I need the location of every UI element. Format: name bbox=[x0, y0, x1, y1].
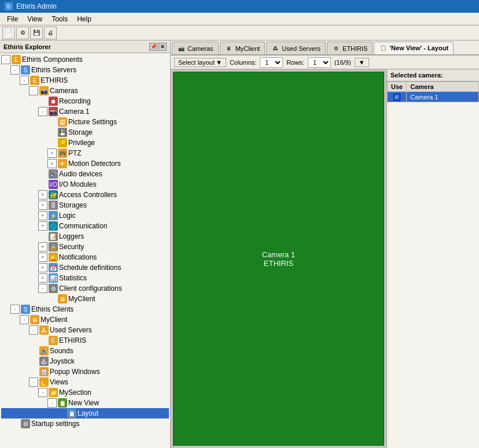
tree-layout[interactable]: 📋 Layout bbox=[1, 408, 169, 419]
tree-motion-detectors[interactable]: + 👁 Motion Detectors bbox=[1, 158, 169, 169]
tree-notifications[interactable]: + 🔔 Notifications bbox=[1, 252, 169, 262]
camera-cell-1[interactable]: Camera 1 ETHIRIS bbox=[173, 72, 384, 446]
pin-btn[interactable]: 📌 bbox=[149, 43, 157, 51]
expander-ptz[interactable]: + bbox=[47, 149, 57, 158]
rows-select[interactable]: 123 bbox=[308, 57, 331, 68]
tab-cameras[interactable]: 📷 Cameras bbox=[172, 42, 219, 54]
myclient-client-label: MyClient bbox=[40, 316, 68, 324]
tree-loggers[interactable]: 📝 Loggers bbox=[1, 231, 169, 242]
tree-popup-windows[interactable]: 🪟 Popup Windows bbox=[1, 366, 169, 377]
tree-myclient-config[interactable]: 🖥 MyClient bbox=[1, 294, 169, 304]
expander-logic[interactable]: + bbox=[38, 211, 47, 220]
expander-components[interactable]: - bbox=[1, 55, 10, 64]
menu-view[interactable]: View bbox=[23, 14, 47, 24]
expander-storages[interactable]: + bbox=[38, 201, 47, 210]
tree-ethiris-servers[interactable]: - S Ethiris Servers bbox=[1, 65, 169, 75]
expander-new-view[interactable]: - bbox=[47, 398, 57, 408]
expander-communication[interactable]: + bbox=[38, 221, 47, 231]
expander-access[interactable]: + bbox=[38, 190, 47, 199]
myclient-config-icon: 🖥 bbox=[58, 294, 67, 303]
camera-table-row-1[interactable]: ✓ Camera 1 bbox=[388, 92, 479, 102]
tree-sounds[interactable]: 🔊 Sounds bbox=[1, 346, 169, 356]
tab-used-servers[interactable]: 🖧 Used Servers bbox=[266, 42, 326, 54]
select-layout-btn[interactable]: Select layout ▼ bbox=[174, 58, 226, 67]
components-label: Ethiris Components bbox=[22, 55, 83, 64]
expander-notifications[interactable]: + bbox=[38, 253, 47, 262]
toolbar-print-btn[interactable]: 🖨 bbox=[44, 27, 57, 39]
tree-cameras[interactable]: - 📷 Cameras bbox=[1, 86, 169, 96]
tree-communication[interactable]: + 🌐 Communication bbox=[1, 221, 169, 231]
tree-ethiris-server[interactable]: - E ETHIRIS bbox=[1, 75, 169, 86]
toolbar-new-btn[interactable]: 📄 bbox=[2, 27, 15, 39]
expander-security[interactable]: + bbox=[38, 242, 47, 251]
toolbar-settings-btn[interactable]: ⚙ bbox=[16, 27, 29, 39]
expander-myclient-client[interactable]: - bbox=[20, 315, 29, 324]
tree-statistics[interactable]: + 📊 Statistics bbox=[1, 273, 169, 283]
expander-ethiris[interactable]: - bbox=[20, 76, 29, 85]
expander-schedule[interactable]: + bbox=[38, 263, 47, 272]
tree-ethiris-components[interactable]: - E Ethiris Components bbox=[1, 54, 169, 65]
app-title: Ethiris Admin bbox=[16, 2, 57, 10]
tab-new-view-layout[interactable]: 📋 'New View' - Layout bbox=[374, 42, 454, 54]
tree-io-modules[interactable]: I/O I/O Modules bbox=[1, 179, 169, 190]
toolbar-save-btn[interactable]: 💾 bbox=[30, 27, 43, 39]
expander-used-servers[interactable]: - bbox=[29, 325, 38, 335]
expander-motion[interactable]: + bbox=[47, 159, 57, 168]
tree-new-view[interactable]: - 📋 New View bbox=[1, 398, 169, 408]
tree-startup-settings[interactable]: ⚙ Startup settings bbox=[1, 419, 169, 429]
tree-security[interactable]: + 🔒 Security bbox=[1, 242, 169, 252]
tree-recording[interactable]: ⏺ Recording bbox=[1, 96, 169, 106]
menu-tools[interactable]: Tools bbox=[47, 14, 72, 24]
tree-client-configurations[interactable]: - ⚙ Client configurations bbox=[1, 283, 169, 294]
expander-cameras[interactable]: - bbox=[29, 86, 38, 95]
tree-schedule-definitions[interactable]: + 📅 Schedule definitions bbox=[1, 262, 169, 273]
tree-storages[interactable]: + 🗄 Storages bbox=[1, 200, 169, 210]
tree-mysection[interactable]: - 📁 MySection bbox=[1, 387, 169, 398]
tree-picture-settings[interactable]: 🖼 Picture Settings bbox=[1, 117, 169, 127]
tree-used-servers[interactable]: - 🖧 Used Servers bbox=[1, 325, 169, 335]
notifications-icon: 🔔 bbox=[49, 253, 58, 262]
logic-label: Logic bbox=[59, 212, 76, 220]
expander-ethiris-clients[interactable]: - bbox=[10, 305, 20, 314]
expander-servers[interactable]: - bbox=[10, 65, 20, 75]
tree-access-controllers[interactable]: + 🔐 Access Controllers bbox=[1, 190, 169, 200]
ethiris-tab-icon: ⚙ bbox=[332, 45, 340, 53]
columns-select[interactable]: 123 bbox=[260, 57, 283, 68]
expander-statistics[interactable]: + bbox=[38, 273, 47, 283]
tree-storage[interactable]: 💾 Storage bbox=[1, 127, 169, 138]
logic-icon: ⚡ bbox=[49, 211, 58, 220]
tree-audio-devices[interactable]: 🔊 Audio devices bbox=[1, 169, 169, 179]
layout-icon: 📋 bbox=[67, 409, 76, 418]
camera1-use-cell[interactable]: ✓ bbox=[388, 92, 407, 102]
client-configurations-label: Client configurations bbox=[59, 284, 122, 293]
tree-ethiris2[interactable]: E ETHIRIS bbox=[1, 335, 169, 346]
cameras-tab-label: Cameras bbox=[187, 45, 213, 52]
menu-help[interactable]: Help bbox=[72, 14, 96, 24]
expander-picture bbox=[47, 117, 57, 127]
tree-views[interactable]: - 📐 Views bbox=[1, 377, 169, 387]
tree-myclient-client[interactable]: - 🖥 MyClient bbox=[1, 314, 169, 325]
popup-windows-icon: 🪟 bbox=[39, 367, 49, 376]
audio-devices-label: Audio devices bbox=[59, 170, 102, 178]
expander-mysection[interactable]: - bbox=[38, 388, 47, 397]
tree-logic[interactable]: + ⚡ Logic bbox=[1, 210, 169, 221]
expander-views[interactable]: - bbox=[29, 377, 38, 387]
camera1-checkbox[interactable]: ✓ bbox=[393, 94, 400, 101]
tab-ethiris[interactable]: ⚙ ETHIRIS bbox=[327, 42, 373, 54]
tree-camera1[interactable]: - 📷 Camera 1 bbox=[1, 106, 169, 117]
expander-camera1[interactable]: - bbox=[38, 107, 47, 116]
expander-client-config[interactable]: - bbox=[38, 284, 47, 293]
mysection-label: MySection bbox=[59, 388, 91, 397]
page-nav-btn[interactable]: ▼ bbox=[355, 58, 369, 67]
tree-ptz[interactable]: + 🎮 PTZ bbox=[1, 148, 169, 158]
explorer-header-btns: 📌 ✕ bbox=[149, 43, 167, 51]
close-explorer-btn[interactable]: ✕ bbox=[159, 43, 167, 51]
menu-file[interactable]: File bbox=[2, 14, 23, 24]
communication-label: Communication bbox=[59, 222, 107, 230]
tree-joystick[interactable]: 🕹 Joystick bbox=[1, 356, 169, 366]
tab-myclient[interactable]: 🖥 MyClient bbox=[220, 42, 266, 54]
statistics-icon: 📊 bbox=[49, 273, 58, 283]
tree-ethiris-clients[interactable]: - S Ethiris Clients bbox=[1, 304, 169, 314]
motion-detectors-label: Motion Detectors bbox=[68, 160, 121, 168]
tree-privilege[interactable]: 🔑 Privilege bbox=[1, 138, 169, 148]
